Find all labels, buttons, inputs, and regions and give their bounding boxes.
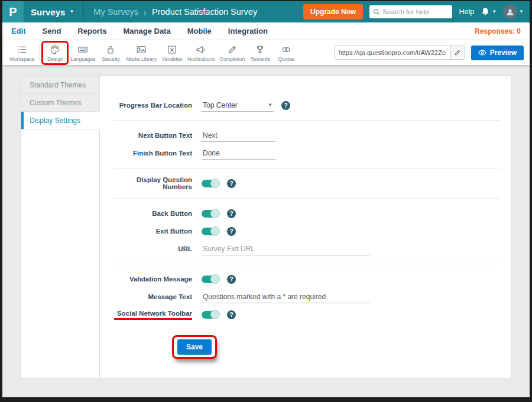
help-icon[interactable]: ?	[227, 209, 236, 218]
social-network-toolbar-toggle[interactable]	[202, 311, 219, 319]
surveys-menu-label: Surveys	[31, 7, 65, 17]
toolbar-label: Variables	[162, 56, 183, 62]
validation-message-toggle[interactable]	[202, 275, 219, 283]
sidebar-item-custom-themes[interactable]: Custom Themes	[21, 94, 99, 112]
help-link[interactable]: Help	[459, 8, 474, 16]
toolbar-design[interactable]: Design	[42, 43, 68, 63]
languages-icon	[77, 44, 89, 56]
exit-button-toggle[interactable]	[202, 228, 219, 235]
search-icon	[373, 8, 380, 15]
message-text-input[interactable]	[202, 291, 370, 303]
questionpro-logo[interactable]: P	[2, 1, 24, 22]
surveys-menu[interactable]: Surveys ▼	[24, 1, 83, 22]
social-network-toolbar-label-wrap: Social Network Toolbar	[113, 310, 202, 320]
design-sidebar: Standard Themes Custom Themes Display Se…	[21, 76, 100, 378]
toolbar-label: Media Library	[126, 56, 157, 62]
message-text-label: Message Text	[113, 293, 202, 300]
nav-send[interactable]: Send	[43, 27, 61, 35]
toolbar-media-library[interactable]: Media Library	[124, 43, 159, 63]
chevron-down-icon: ▼	[268, 103, 273, 108]
help-icon[interactable]: ?	[227, 275, 236, 284]
back-button-row: Back Button ?	[113, 205, 500, 222]
rewards-icon	[254, 44, 266, 56]
help-icon[interactable]: ?	[227, 227, 236, 236]
progress-bar-location-label: Progress Bar Location	[113, 102, 202, 109]
toggle-knob	[210, 226, 220, 236]
validation-message-label: Validation Message	[113, 275, 202, 283]
exit-url-input[interactable]	[202, 243, 370, 255]
exit-button-label: Exit Button	[113, 228, 202, 235]
responses-count: Responses: 0	[475, 27, 521, 35]
toolbar-label: Languages	[70, 56, 95, 62]
finish-button-text-label: Finish Button Text	[113, 150, 202, 157]
help-search-input[interactable]	[382, 8, 447, 15]
preview-button-label: Preview	[490, 48, 517, 57]
social-network-toolbar-annotation-underline	[114, 318, 192, 320]
next-button-text-row: Next Button Text	[113, 127, 500, 144]
toolbar-notifications[interactable]: Notifications	[185, 43, 217, 63]
toolbar-label: Notifications	[187, 56, 215, 62]
finish-button-text-input[interactable]	[202, 147, 275, 160]
help-search-box[interactable]	[369, 5, 452, 18]
toolbar-languages[interactable]: Languages	[68, 43, 98, 63]
survey-nav: Edit Send Reports Manage Data Mobile Int…	[2, 22, 530, 40]
social-network-toolbar-label: Social Network Toolbar	[117, 310, 192, 317]
toolbar-label: Quotas	[278, 56, 294, 62]
variables-icon	[166, 44, 178, 56]
save-button[interactable]: Save	[177, 339, 212, 355]
progress-bar-location-row: Progress Bar Location Top Center ▼ ?	[113, 96, 500, 114]
media-library-icon	[135, 44, 147, 56]
display-settings-form: Progress Bar Location Top Center ▼ ? Nex…	[100, 76, 511, 378]
user-icon	[505, 7, 515, 17]
progress-bar-location-select[interactable]: Top Center ▼	[202, 99, 274, 112]
toolbar-workspace[interactable]: Workspace	[7, 43, 37, 63]
back-button-label: Back Button	[113, 210, 202, 217]
nav-manage-data[interactable]: Manage Data	[123, 27, 170, 35]
help-icon[interactable]: ?	[227, 310, 236, 319]
help-icon[interactable]: ?	[227, 179, 236, 188]
nav-edit[interactable]: Edit	[11, 27, 26, 35]
display-question-numbers-label: Display Question Numbers	[113, 176, 202, 190]
exit-button-row: Exit Button ?	[113, 222, 500, 240]
toolbar-rewards[interactable]: Rewards	[247, 43, 273, 63]
edit-toolbar: Workspace Design Languages Security Medi…	[2, 40, 530, 65]
breadcrumb-my-surveys[interactable]: My Surveys	[93, 7, 138, 17]
survey-url-field	[334, 46, 465, 60]
nav-integration[interactable]: Integration	[228, 27, 268, 35]
avatar	[503, 5, 517, 19]
toolbar-security[interactable]: Security	[98, 43, 124, 63]
exit-url-label: URL	[113, 245, 202, 252]
app-window: P Surveys ▼ My Surveys › Product Satisfa…	[0, 0, 532, 402]
nav-mobile[interactable]: Mobile	[187, 27, 212, 35]
help-icon[interactable]: ?	[281, 101, 290, 110]
survey-title: Product Satisfaction Survey	[152, 7, 257, 17]
display-question-numbers-toggle[interactable]	[202, 180, 219, 187]
save-annotation-box: Save	[172, 335, 217, 359]
sidebar-item-standard-themes[interactable]: Standard Themes	[21, 76, 99, 94]
nav-reports[interactable]: Reports	[77, 27, 106, 35]
sidebar-item-display-settings[interactable]: Display Settings	[21, 112, 100, 129]
progress-bar-location-value: Top Center	[203, 101, 238, 109]
next-button-text-input[interactable]	[202, 129, 275, 142]
toolbar-variables[interactable]: Variables	[159, 43, 185, 63]
completion-icon	[226, 44, 238, 56]
finish-button-text-row: Finish Button Text	[113, 144, 500, 162]
survey-url-input[interactable]	[335, 49, 450, 56]
account-menu[interactable]: ▼	[503, 5, 524, 19]
notifications-bell-menu[interactable]: ▼	[481, 7, 497, 17]
toolbar-quotas[interactable]: Quotas	[273, 43, 299, 63]
top-bar: P Surveys ▼ My Surveys › Product Satisfa…	[2, 1, 530, 22]
design-settings-card: Standard Themes Custom Themes Display Se…	[21, 76, 511, 378]
design-icon	[49, 44, 61, 56]
upgrade-now-button[interactable]: Upgrade Now	[303, 4, 363, 20]
back-button-toggle[interactable]	[202, 210, 219, 218]
toolbar-label: Completion	[219, 56, 245, 62]
preview-button[interactable]: Preview	[471, 46, 524, 60]
quotas-icon	[280, 44, 292, 56]
toolbar-label: Design	[47, 56, 63, 62]
toolbar-label: Rewards	[250, 56, 270, 62]
topbar-actions: Upgrade Now Help ▼ ▼	[303, 4, 530, 20]
edit-url-button[interactable]	[450, 46, 465, 60]
toolbar-completion[interactable]: Completion	[217, 43, 247, 63]
chevron-down-icon: ▼	[69, 9, 74, 14]
